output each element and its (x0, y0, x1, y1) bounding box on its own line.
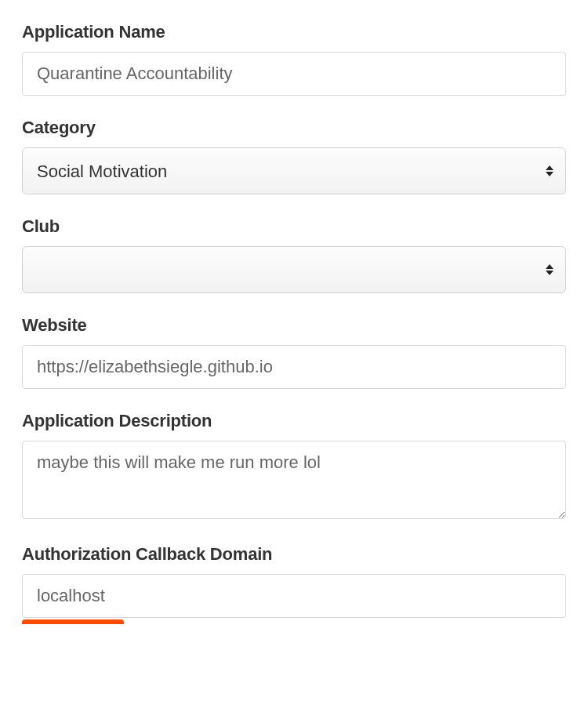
callback-domain-group: Authorization Callback Domain (22, 544, 566, 624)
category-select[interactable]: Social Motivation (22, 147, 566, 194)
callback-domain-label: Authorization Callback Domain (22, 544, 566, 565)
website-group: Website (22, 315, 566, 389)
description-group: Application Description (22, 411, 566, 522)
application-name-group: Application Name (22, 22, 566, 96)
callback-domain-input[interactable] (22, 574, 566, 618)
website-label: Website (22, 315, 566, 336)
website-input[interactable] (22, 345, 566, 389)
category-label: Category (22, 118, 566, 138)
club-label: Club (22, 216, 566, 237)
description-textarea[interactable] (22, 441, 566, 519)
application-name-label: Application Name (22, 22, 566, 42)
club-select-wrapper (22, 246, 566, 293)
category-group: Category Social Motivation (22, 118, 566, 194)
club-select[interactable] (22, 246, 566, 293)
description-label: Application Description (22, 411, 566, 431)
category-select-wrapper: Social Motivation (22, 147, 566, 194)
club-group: Club (22, 216, 566, 293)
application-name-input[interactable] (22, 52, 566, 96)
orange-accent-strip (22, 619, 124, 624)
